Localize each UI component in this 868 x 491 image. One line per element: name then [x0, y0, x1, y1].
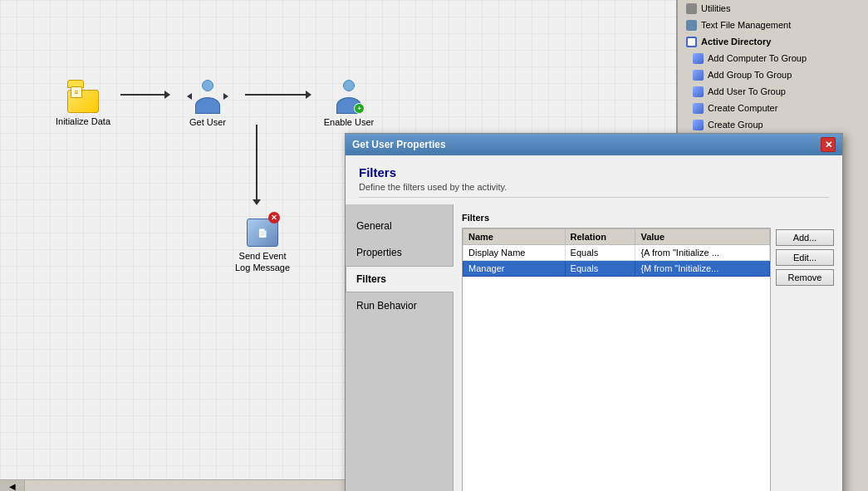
- panel-item-textfile[interactable]: Text File Management: [678, 17, 868, 33]
- node-icon-enableuser: +: [331, 79, 366, 114]
- tab-runbehavior[interactable]: Run Behavior: [346, 292, 453, 319]
- filter-row-0[interactable]: Display Name Equals {A from "Initialize …: [463, 245, 770, 261]
- panel-item-addusergroup[interactable]: Add User To Group: [678, 83, 868, 100]
- filters-table-container: Name Relation Value Display Name Equals …: [462, 228, 771, 491]
- panel-item-utilities[interactable]: Utilities: [678, 0, 868, 17]
- addusergroup-label: Add User To Group: [708, 86, 786, 96]
- modal-content-area: Filters Name Relation Value: [454, 204, 842, 491]
- textfile-icon: [684, 18, 698, 32]
- filter-action-buttons: Add... Edit... Remove: [776, 228, 834, 491]
- tab-filters[interactable]: Filters: [346, 266, 454, 292]
- node-label-getuser: Get User: [189, 117, 226, 127]
- node-initialize-data[interactable]: ≡ Initialize Data: [46, 80, 120, 126]
- modal-body: General Properties Filters Run Behavior …: [346, 204, 842, 491]
- node-icon-sendevent: 📄 ✕: [245, 212, 280, 247]
- add-filter-button[interactable]: Add...: [776, 229, 834, 246]
- creategroup-label: Create Group: [708, 120, 763, 130]
- panel-item-createcomputer[interactable]: Create Computer: [678, 100, 868, 116]
- textfile-label: Text File Management: [701, 20, 791, 30]
- addcomputer-icon: [691, 52, 704, 65]
- modal-nav: General Properties Filters Run Behavior: [346, 204, 454, 491]
- node-get-user[interactable]: Get User: [170, 79, 245, 127]
- filter-row-1-value: {M from "Initialize...: [635, 261, 770, 277]
- utilities-label: Utilities: [701, 3, 730, 13]
- filter-row-1-name: Manager: [463, 261, 566, 277]
- modal-header-area: Filters Define the filters used by the a…: [346, 155, 842, 204]
- filter-row-1[interactable]: Manager Equals {M from "Initialize...: [463, 261, 770, 277]
- filter-row-1-relation: Equals: [565, 261, 635, 277]
- panel-item-addcomputer[interactable]: Add Computer To Group: [678, 50, 868, 66]
- filters-box-label: Filters: [462, 213, 834, 223]
- node-label-sendevent: Send Event Log Message: [235, 250, 290, 274]
- filter-row-0-value: {A from "Initialize ...: [635, 245, 770, 261]
- node-label-initialize: Initialize Data: [56, 116, 110, 126]
- node-send-event[interactable]: 📄 ✕ Send Event Log Message: [235, 212, 290, 274]
- createcomputer-icon: [691, 101, 704, 115]
- panel-item-creategroup[interactable]: Create Group: [678, 116, 868, 133]
- filter-row-0-relation: Equals: [565, 245, 635, 261]
- panel-item-activedirectory-header[interactable]: Active Directory: [678, 33, 868, 50]
- edit-filter-button[interactable]: Edit...: [776, 249, 834, 266]
- creategroup-icon: [691, 118, 704, 131]
- filters-main-row: Name Relation Value Display Name Equals …: [462, 228, 834, 491]
- modal-dialog: Get User Properties ✕ Filters Define the…: [345, 133, 843, 491]
- modal-titlebar: Get User Properties ✕: [346, 134, 842, 155]
- vertical-connector: [253, 125, 261, 205]
- node-icon-initialize: ≡: [66, 80, 100, 113]
- col-relation: Relation: [565, 229, 635, 245]
- workflow-row-1: ≡ Initialize Data Get User: [46, 79, 386, 127]
- filter-row-0-name: Display Name: [463, 245, 566, 261]
- addgroup-label: Add Group To Group: [708, 70, 792, 80]
- node-label-enableuser: Enable User: [324, 117, 375, 127]
- createcomputer-label: Create Computer: [708, 103, 777, 113]
- activedirectory-icon: [684, 35, 698, 48]
- node-icon-getuser: [190, 79, 225, 114]
- filters-table: Name Relation Value Display Name Equals …: [463, 228, 770, 277]
- remove-filter-button[interactable]: Remove: [776, 269, 834, 286]
- tab-properties[interactable]: Properties: [346, 239, 453, 266]
- activedirectory-label: Active Directory: [701, 37, 771, 47]
- col-value: Value: [635, 229, 770, 245]
- dialog-section-desc: Define the filters used by the activity.: [359, 182, 829, 192]
- addgroup-icon: [691, 68, 704, 81]
- panel-item-addgroup[interactable]: Add Group To Group: [678, 66, 868, 83]
- tab-general[interactable]: General: [346, 213, 453, 239]
- dialog-section-title: Filters: [359, 165, 829, 179]
- addcomputer-label: Add Computer To Group: [708, 53, 807, 63]
- modal-close-button[interactable]: ✕: [821, 137, 836, 152]
- addusergroup-icon: [691, 85, 704, 98]
- arrow-2: [245, 91, 311, 99]
- modal-title: Get User Properties: [352, 139, 446, 150]
- node-enable-user[interactable]: + Enable User: [311, 79, 386, 127]
- utilities-icon: [684, 2, 698, 15]
- col-name: Name: [463, 229, 566, 245]
- arrow-1: [120, 91, 170, 99]
